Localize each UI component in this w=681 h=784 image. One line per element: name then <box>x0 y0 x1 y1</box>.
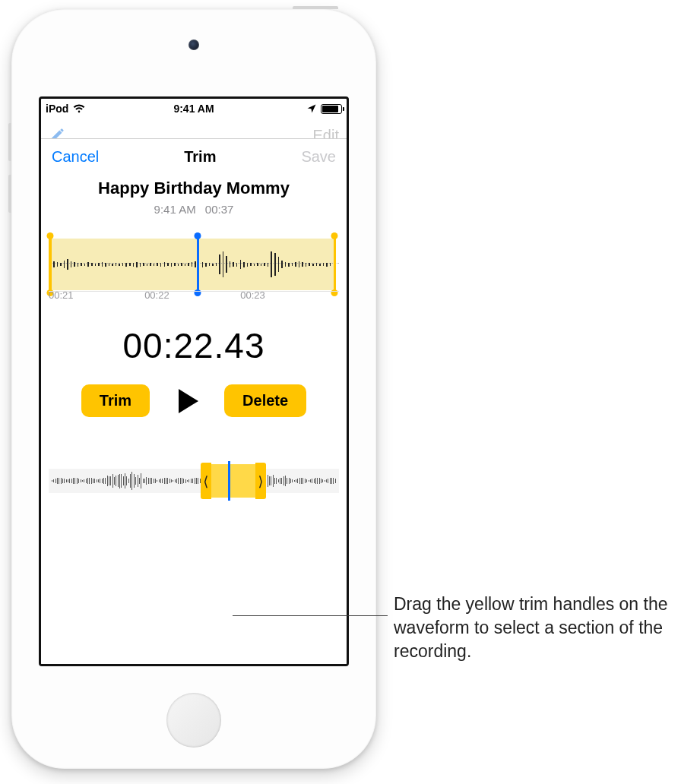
delete-button[interactable]: Delete <box>224 384 306 417</box>
sheet-nav: Cancel Trim Save <box>41 139 347 174</box>
save-button[interactable]: Save <box>301 148 336 166</box>
callout-text: Drag the yellow trim handles on the wave… <box>394 593 681 663</box>
zoom-tick-empty <box>336 289 339 301</box>
timecode: 00:22.43 <box>41 325 347 366</box>
recording-subtitle: 9:41 AM 00:37 <box>41 203 347 216</box>
home-button[interactable] <box>166 693 221 748</box>
stage: iPod 9:41 AM Edit <box>0 0 681 784</box>
volume-buttons[interactable] <box>8 123 11 226</box>
zoom-tick: 00:21 <box>49 289 74 301</box>
carrier-label: iPod <box>46 103 68 115</box>
wifi-icon <box>73 104 85 113</box>
zoom-trim-handle-right[interactable] <box>334 236 337 293</box>
zoom-trim-handle-left[interactable] <box>49 236 52 293</box>
front-camera <box>188 40 199 50</box>
ipod-body: iPod 9:41 AM Edit <box>11 9 376 769</box>
controls-row: Trim Delete <box>41 384 347 417</box>
recording-time: 9:41 AM <box>154 203 196 216</box>
overview-waveform[interactable]: ⟨ ⟩ <box>49 458 339 504</box>
device-screen: iPod 9:41 AM Edit <box>39 96 349 666</box>
cancel-button[interactable]: Cancel <box>52 148 99 166</box>
status-bar: iPod 9:41 AM <box>41 99 347 119</box>
status-time: 9:41 AM <box>144 103 243 115</box>
overview-bars <box>52 466 336 496</box>
sleep-button[interactable] <box>293 6 338 9</box>
battery-icon <box>321 104 342 114</box>
trim-button[interactable]: Trim <box>81 384 150 417</box>
zoom-tick: 00:23 <box>240 289 265 301</box>
overview-trim-handle-right[interactable]: ⟩ <box>255 463 266 499</box>
zoom-tick: 00:22 <box>144 289 169 301</box>
recording-duration: 00:37 <box>205 203 234 216</box>
overview-selection <box>211 464 255 498</box>
play-button[interactable] <box>171 385 203 417</box>
zoom-bars <box>53 240 331 289</box>
sheet-title: Trim <box>184 148 216 166</box>
overview-playhead[interactable] <box>228 461 230 501</box>
zoom-playhead[interactable] <box>197 236 199 293</box>
callout-leader <box>233 615 388 616</box>
zoom-waveform[interactable]: 00:21 00:22 00:23 <box>49 236 339 308</box>
overview-trim-handle-left[interactable]: ⟨ <box>201 463 211 499</box>
zoom-ticks: 00:21 00:22 00:23 <box>49 289 339 301</box>
recording-title: Happy Birthday Mommy <box>41 179 347 198</box>
location-icon <box>307 104 316 113</box>
trim-sheet: Cancel Trim Save Happy Birthday Mommy 9:… <box>41 138 347 664</box>
